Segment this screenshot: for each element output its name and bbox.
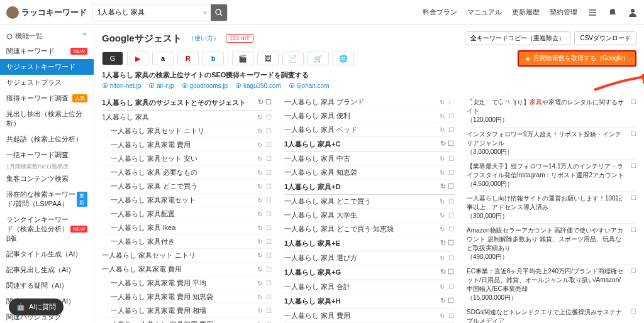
keyword-row[interactable]: 1人暮らし 家具↻☐ [102,111,272,124]
engine-video-icon[interactable]: 🎬 [232,52,253,65]
keyword-row[interactable]: 一人暮らし 家具家電 費用↻☐ [102,138,272,152]
listing-item[interactable]: 【安定して収益有り】家具や家電のレンタルに関するサイト（120,000円）☐ [467,96,636,128]
sidebar-item[interactable]: ランクインキーワード（検索上位分析）β版NEW [0,212,94,246]
open-icon[interactable]: ☐ [631,98,636,124]
reload-icon[interactable]: ↻ [257,266,262,273]
open-icon[interactable]: ☐ [448,99,454,106]
reload-icon[interactable]: ↻ ☐ [258,98,272,106]
open-icon[interactable]: ☐ [266,307,272,314]
keyword-row[interactable]: 一人暮らし 家具家電 費用 平均↻☐ [102,276,272,290]
nav-plan[interactable]: 料金プラン [423,8,457,17]
keyword-row[interactable]: 一人暮らし 家具 選び方↻☐ [284,251,454,265]
open-icon[interactable]: ☐ [266,266,272,273]
open-icon[interactable]: ☐ [448,212,454,219]
howto-link[interactable]: （使い方） [188,34,219,43]
open-icon[interactable]: ☐ [448,312,454,319]
search-input[interactable] [92,6,199,19]
sidebar-item[interactable]: 関連する疑問（AI） [0,278,94,293]
site-link[interactable]: ⦿ goodrooms.jp [182,82,228,89]
open-icon[interactable]: ☐ [448,169,454,176]
reload-icon[interactable]: ↻ [440,198,445,205]
open-icon[interactable]: ☐ [448,126,454,133]
reload-icon[interactable]: ↻ [440,255,445,261]
sidebar-item[interactable]: 記事タイトル生成（AI） [0,246,94,262]
open-icon[interactable]: ☐ [448,283,454,290]
reload-icon[interactable]: ↻ [440,169,445,176]
engine-globe-icon[interactable]: 🌐 [333,52,354,65]
keyword-row[interactable]: 一人暮らし 家具セット ニトリ↻☐ [102,249,272,263]
open-icon[interactable]: ☐ [266,169,272,176]
reload-icon[interactable]: ↻ [440,312,445,319]
engine-amazon[interactable]: a [152,52,174,65]
engine-youtube[interactable]: ▶ [127,52,148,65]
sidebar-item[interactable]: サジェストプラス [0,75,94,90]
engine-cart-icon[interactable]: 🛒 [308,52,329,65]
keyword-row[interactable]: 一人暮らし 家具配置↻☐ [102,207,272,221]
keyword-row[interactable]: 一人暮らし 家具付き↻☐ [102,235,272,249]
reload-icon[interactable]: ↻ [257,293,262,300]
keyword-row[interactable]: 一人暮らし 家具 ブランド↻☐ [284,96,454,109]
keyword-row[interactable]: 一人暮らし 家具 どこで買う↻☐ [284,195,454,209]
keyword-row[interactable]: 一人暮らし 家具 中古↻☐ [284,152,454,166]
reload-icon[interactable]: ↻ [257,141,262,148]
engine-bing[interactable]: b [203,52,224,65]
open-icon[interactable]: ☐ [266,238,272,245]
open-icon[interactable]: ☐ [448,198,454,205]
open-icon[interactable]: ☐ [448,155,454,162]
menu-icon[interactable] [587,8,597,18]
reload-icon[interactable]: ↻ [257,155,262,162]
keyword-row[interactable]: 一人暮らし 家具家電セット↻☐ [102,194,272,207]
open-icon[interactable]: ☐ [266,128,272,134]
keyword-row[interactable]: 一人暮らし 家具家電 費用 知恵袋↻☐ [102,290,272,304]
listing-item[interactable]: 【業界最大手】総フォロワー14.1万人のインテリア・ライフスタイル発信Insta… [467,160,636,192]
engine-file-icon[interactable]: 📄 [282,52,304,65]
open-icon[interactable]: ☐ [266,280,272,287]
reload-icon[interactable]: ↻ [257,197,262,204]
reload-icon[interactable]: ↻ [257,114,262,121]
reload-icon[interactable]: ↻ [440,126,445,133]
reload-icon[interactable]: ↻ [257,169,262,176]
reload-icon[interactable]: ↻ [257,307,262,314]
keyword-row[interactable]: 一人暮らし 家具セット 安い↻☐ [102,152,272,166]
sidebar-item[interactable]: 見出し抽出（検索上位分析） [0,106,94,131]
open-icon[interactable]: ☐ [266,183,272,190]
sidebar-item[interactable]: 共起語（検索上位分析） [0,131,94,147]
keyword-row[interactable]: 一人暮らし 家具 便利↻☐ [284,109,454,123]
listing-item[interactable]: インスタフォロワー9万人超え！リポスト投稿・インテリアジャンル（3,000,00… [467,128,636,160]
keyword-row[interactable]: 一人暮らし 家具 必要なもの↻☐ [102,166,272,180]
search-button[interactable] [211,4,227,21]
keyword-row[interactable]: 一人暮らし 家具家電 費用↻☐ [102,263,272,276]
keyword-row[interactable]: 一人暮らし 家具 ベッド↻☐ [284,123,454,137]
reload-icon[interactable]: ↻ [440,283,445,290]
monthly-volume-button[interactable]: ★ 月間検索数を取得する（Google） [518,50,636,67]
clear-icon[interactable]: × [199,9,211,16]
listing-item[interactable]: 一人暮らし向け情報サイトの運営お願いします！100記事以上、アドセンス導入済み（… [467,192,636,224]
open-icon[interactable]: ☐ [631,308,636,323]
copy-all-button[interactable]: 全キーワードコピー（重複除去） [465,31,570,45]
keyword-row[interactable]: 一人暮らし 家具家電 費用 相場↻☐ [102,304,272,318]
reload-icon[interactable]: ↻ [440,112,445,119]
sidebar-item[interactable]: 記事見出し生成（AI） [0,262,94,278]
keyword-row[interactable]: 一人暮らし 家具 費用↻☐ [284,309,454,323]
site-link[interactable]: ⦿ air-r.jp [148,82,174,89]
keyword-row[interactable]: 大学生 一人暮らし 家具家電 費用↻☐ [102,318,272,323]
keyword-row[interactable]: 一人暮らし 家具 どこで買う↻☐ [102,180,272,194]
reload-icon[interactable]: ↻ [440,212,445,219]
open-icon[interactable]: ☐ [448,226,454,233]
keyword-row[interactable]: 一人暮らし 家具 合計↻☐ [284,280,454,294]
listing-item[interactable]: Amazon物販セラーアカウント 高評価で使いやすいアカウント 規制解除多数あり… [467,224,636,265]
reload-icon[interactable]: ↻ [257,128,262,134]
open-icon[interactable]: ☐ [631,226,636,261]
brand-logo[interactable]: ラッコキーワード [6,6,87,19]
nav-changelog[interactable]: 更新履歴 [512,8,540,17]
open-icon[interactable]: ☐ [631,267,636,302]
open-icon[interactable]: ☐ [448,255,454,261]
open-icon[interactable]: ☐ [266,224,272,231]
reload-icon[interactable]: ↻ [440,99,445,106]
open-icon[interactable]: ☐ [631,194,636,221]
reload-icon[interactable]: ↻ [257,280,262,287]
user-icon[interactable] [628,8,638,18]
keyword-row[interactable]: 一人暮らし 家具 大学生↻☐ [284,209,454,222]
reload-icon[interactable]: ↻ [257,211,262,217]
bell-icon[interactable] [608,8,618,18]
